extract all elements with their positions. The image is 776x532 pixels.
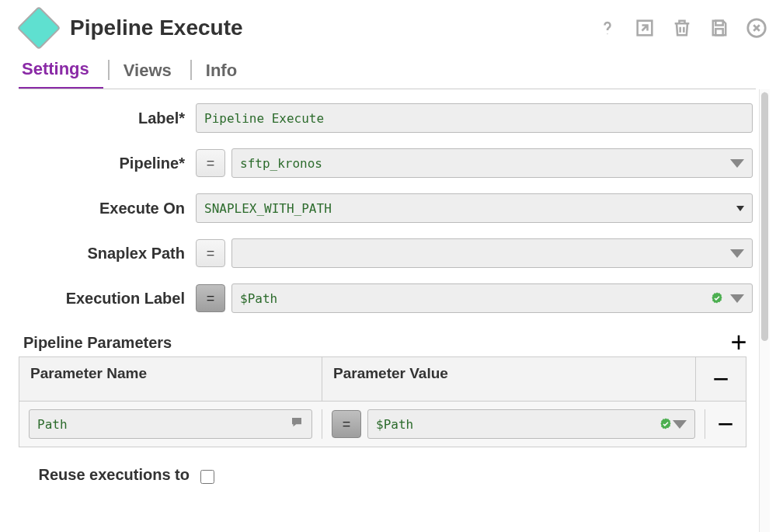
svg-rect-2 (715, 21, 722, 26)
tabs: Settings Views Info (19, 54, 770, 89)
dialog-title: Pipeline Execute (70, 16, 243, 40)
label-snaplex-path: Snaplex Path (19, 245, 190, 263)
col-param-actions: − (696, 357, 746, 402)
comment-icon[interactable] (290, 416, 304, 433)
snaplex-path-input[interactable] (231, 238, 753, 268)
tab-views[interactable]: Views (120, 56, 186, 89)
scroll-thumb[interactable] (761, 92, 768, 341)
add-parameter-button[interactable]: + (725, 329, 753, 356)
delete-icon[interactable] (669, 15, 695, 41)
chevron-down-icon[interactable] (730, 249, 744, 258)
label-pipeline: Pipeline* (19, 155, 190, 172)
pipeline-input[interactable]: sftp_kronos (231, 148, 753, 178)
row-reuse: Reuse executions to (19, 466, 753, 486)
remove-all-button[interactable]: − (707, 365, 735, 393)
expression-toggle-param[interactable]: = (332, 410, 361, 438)
row-pipeline: Pipeline* = sftp_kronos (19, 148, 753, 178)
chevron-down-icon[interactable] (736, 206, 744, 211)
row-snaplex-path: Snaplex Path = (19, 238, 753, 268)
snap-icon (17, 6, 61, 50)
reuse-checkbox[interactable] (200, 470, 214, 484)
help-icon[interactable] (594, 15, 621, 41)
valid-badge-icon (659, 417, 673, 431)
label-execute-on: Execute On (19, 200, 190, 217)
label-input[interactable]: Pipeline Execute (196, 103, 753, 133)
settings-panel: Label* Pipeline Execute Pipeline* = sftp… (19, 89, 759, 532)
label-label: Label* (19, 110, 190, 127)
label-execution-label: Execution Label (19, 290, 190, 308)
save-icon[interactable] (706, 15, 733, 41)
svg-rect-3 (715, 29, 722, 35)
dialog: Pipeline Execute Settings Views Info Lab… (0, 0, 776, 532)
parameters-header: Parameter Name Parameter Value − (19, 357, 746, 402)
svg-point-0 (607, 33, 607, 34)
table-row: Path = $Path (19, 402, 746, 447)
row-label: Label* Pipeline Execute (19, 103, 753, 133)
parameters-title: Pipeline Parameters (23, 334, 172, 352)
close-icon[interactable] (743, 15, 770, 41)
tab-settings[interactable]: Settings (19, 54, 103, 89)
chevron-down-icon[interactable] (673, 420, 687, 429)
col-param-name: Parameter Name (19, 357, 322, 402)
expression-toggle-execlabel[interactable]: = (196, 284, 225, 312)
row-execution-label: Execution Label = $Path (19, 283, 753, 313)
scrollbar[interactable]: ▴ (759, 89, 770, 532)
col-param-value: Parameter Value (322, 357, 696, 402)
param-value-input[interactable]: $Path (367, 409, 695, 439)
valid-badge-icon (710, 291, 724, 305)
export-icon[interactable] (632, 15, 658, 41)
dialog-header: Pipeline Execute (19, 9, 770, 54)
parameters-table: Parameter Name Parameter Value − Path (19, 356, 746, 447)
chevron-down-icon[interactable] (730, 159, 744, 168)
chevron-down-icon[interactable] (730, 294, 744, 303)
expression-toggle-snaplex[interactable]: = (196, 239, 225, 267)
param-name-input[interactable]: Path (29, 409, 312, 439)
tab-info[interactable]: Info (203, 56, 251, 89)
remove-row-button[interactable]: − (712, 410, 739, 438)
expression-toggle-pipeline[interactable]: = (196, 149, 225, 177)
label-reuse: Reuse executions to (19, 466, 190, 484)
execution-label-input[interactable]: $Path (231, 283, 753, 313)
row-execute-on: Execute On SNAPLEX_WITH_PATH (19, 193, 753, 223)
execute-on-select[interactable]: SNAPLEX_WITH_PATH (196, 193, 753, 223)
